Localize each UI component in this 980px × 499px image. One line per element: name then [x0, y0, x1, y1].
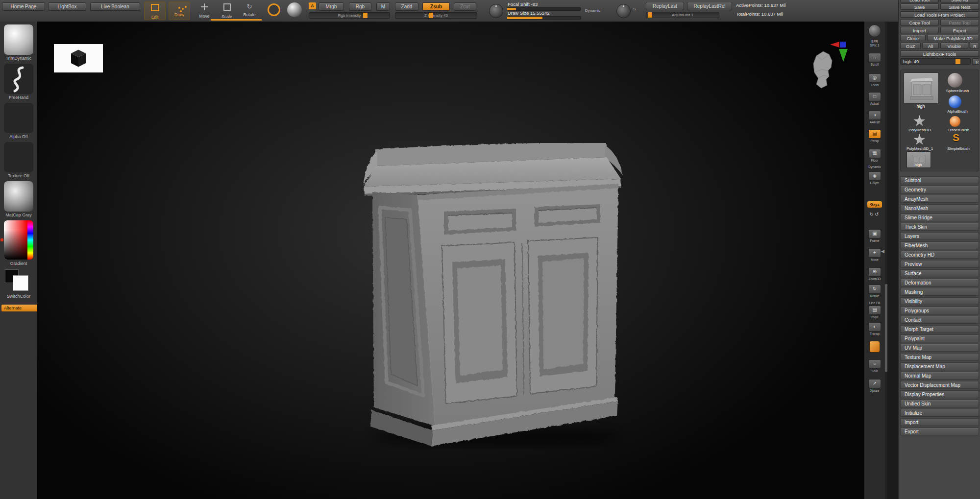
stroke-icon[interactable] — [268, 3, 280, 16]
active-tool-slider-handle[interactable] — [956, 59, 960, 64]
axis-z-icon[interactable] — [840, 42, 846, 48]
tool-section-row[interactable]: Import — [900, 418, 979, 426]
aahalf-button[interactable]: AAHalf — [864, 110, 885, 124]
stroke-dial-icon[interactable] — [616, 4, 631, 18]
home-page-button[interactable]: Home Page — [2, 2, 45, 11]
tool-section-row[interactable]: Polypaint — [900, 334, 979, 342]
alternate-button[interactable]: Alternate — [1, 305, 38, 311]
mrgb-button[interactable]: Mrgb — [318, 2, 344, 11]
clone-button[interactable]: Clone — [900, 35, 926, 41]
adjust-last-slider[interactable]: AdjustLast 1 — [646, 12, 719, 18]
draw-size-slider[interactable] — [507, 16, 581, 20]
draw-mode-button[interactable]: Draw — [169, 1, 190, 20]
copy-tool-button[interactable]: Copy Tool — [900, 19, 939, 25]
scroll-button[interactable]: Scroll — [864, 52, 885, 66]
goz-button[interactable]: GoZ — [900, 43, 921, 49]
polymesh3d-star-icon[interactable] — [913, 115, 926, 127]
switch-color-widget[interactable] — [0, 269, 37, 292]
viewport-canvas[interactable] — [37, 22, 864, 499]
spin-arrows-icon[interactable]: ↻↺ — [864, 212, 885, 217]
export-button[interactable]: Export — [940, 27, 979, 33]
tool-section-row[interactable]: Normal Map — [900, 372, 979, 380]
zcut-button[interactable]: Zcut — [454, 2, 476, 11]
tool-section-row[interactable]: Texture Map — [900, 353, 979, 361]
tool-section-row[interactable]: Masking — [900, 288, 979, 296]
tool-section-row[interactable]: Layers — [900, 232, 979, 240]
color-gradient-picker[interactable] — [4, 220, 33, 260]
lightbox-tools-button[interactable]: Lightbox►Tools — [900, 50, 979, 57]
save-next-button[interactable]: Save Next — [940, 3, 979, 10]
document-thumbnail[interactable] — [54, 44, 103, 72]
tool-section-row[interactable]: Preview — [900, 260, 979, 268]
frame-button[interactable]: Frame — [864, 228, 885, 242]
persp-button[interactable]: Persp — [864, 128, 885, 143]
line-fill-button[interactable]: Line Fill PolyF — [864, 301, 885, 319]
tool-section-row[interactable]: Thick Skin — [900, 223, 979, 231]
live-boolean-button[interactable]: Live Boolean — [90, 2, 140, 11]
tool-section-row[interactable]: ArrayMesh — [900, 195, 979, 203]
focal-dial-icon[interactable] — [489, 4, 503, 18]
tool-section-row[interactable]: Slime Bridge — [900, 214, 979, 221]
paste-tool-button[interactable]: Paste Tool — [940, 19, 979, 25]
texture-off-thumb[interactable] — [4, 142, 33, 172]
solo-button[interactable]: Solo — [864, 358, 885, 373]
tool-section-row[interactable]: Initialize — [900, 409, 979, 417]
z-intensity-handle[interactable] — [429, 13, 433, 18]
rgb-intensity-slider[interactable]: Rgb Intensity — [309, 12, 390, 19]
move-mode-button[interactable]: Move — [194, 1, 215, 19]
tool-section-row[interactable]: Morph Target — [900, 325, 979, 333]
tool-section-row[interactable]: Deformation — [900, 279, 979, 286]
load-tool-button[interactable]: Load Tool — [900, 0, 939, 2]
tool-section-row[interactable]: FiberMesh — [900, 241, 979, 249]
tool-section-row[interactable]: Polygroups — [900, 307, 979, 314]
load-tools-from-project-button[interactable]: Load Tools From Project — [900, 11, 979, 18]
sphere-brush-icon[interactable] — [948, 73, 962, 88]
transp-button[interactable]: Transp — [864, 321, 885, 335]
replay-last-button[interactable]: ReplayLast — [646, 2, 684, 10]
tool-section-row[interactable]: Visibility — [900, 297, 979, 305]
gradient-sv-area[interactable] — [4, 220, 27, 260]
rotate-mode-button[interactable]: ↻ Rotate — [239, 1, 260, 19]
m-button[interactable]: M — [376, 2, 390, 11]
spix-slider[interactable]: SPix 3 — [864, 43, 885, 47]
zsub-button[interactable]: Zsub — [422, 2, 450, 11]
tool-section-row[interactable]: Geometry HD — [900, 251, 979, 259]
tool-section-row[interactable]: Contact — [900, 316, 979, 324]
adjust-last-handle[interactable] — [648, 12, 652, 18]
polymesh3d-1-star-icon[interactable] — [913, 134, 926, 146]
axis-y-icon[interactable] — [839, 49, 848, 62]
active-tool-slider[interactable]: high. 49 — [900, 58, 971, 65]
save-as-button[interactable]: Save As — [940, 0, 979, 2]
tool-section-row[interactable]: Export — [900, 428, 979, 435]
tool-section-row[interactable]: Surface — [900, 269, 979, 277]
tool-section-row[interactable]: Displacement Map — [900, 362, 979, 370]
import-button[interactable]: Import — [900, 27, 939, 33]
gradient-hue-strip[interactable] — [27, 220, 33, 260]
axis-x-icon[interactable] — [830, 42, 839, 48]
active-tool-thumbnail[interactable] — [904, 72, 939, 104]
lightbox-button[interactable]: LightBox — [48, 2, 86, 11]
scale-mode-button[interactable]: Scale — [217, 1, 237, 19]
tool-section-row[interactable]: Subtool — [900, 176, 979, 184]
xpose-button[interactable]: Xpose — [864, 378, 885, 392]
rotate-3d-button[interactable]: Rotate — [864, 284, 885, 298]
goz-visible-button[interactable]: Visible — [940, 43, 968, 49]
floor-button[interactable]: Floor — [864, 148, 885, 162]
zadd-button[interactable]: Zadd — [395, 2, 418, 11]
gxyz-button[interactable]: Gxyz — [864, 199, 885, 208]
actual-button[interactable]: Actual — [864, 91, 885, 105]
material-sphere-icon[interactable] — [287, 2, 302, 17]
tool-section-row[interactable]: Vector Displacement Map — [900, 381, 979, 389]
tool-section-row[interactable]: Geometry — [900, 186, 979, 193]
replay-last-rel-button[interactable]: ReplayLastRel — [687, 2, 732, 10]
alpha-off-thumb[interactable] — [4, 103, 33, 133]
trim-dynamic-brush-thumb[interactable] — [4, 24, 33, 55]
tool-section-row[interactable]: Unified Skin — [900, 400, 979, 407]
tool-r-button[interactable]: R — [972, 58, 979, 65]
switch-color-front-swatch[interactable] — [13, 275, 28, 291]
ghost-material-button[interactable] — [864, 341, 885, 355]
tool-section-row[interactable]: NanoMesh — [900, 204, 979, 212]
rgb-intensity-handle[interactable] — [363, 13, 368, 18]
tool-section-row[interactable]: Display Properties — [900, 390, 979, 398]
panel-scrollbar-thumb[interactable] — [885, 284, 887, 372]
